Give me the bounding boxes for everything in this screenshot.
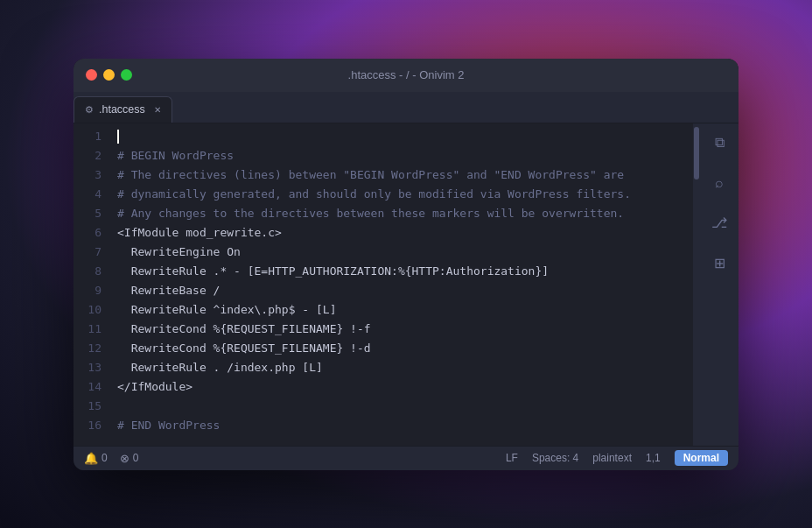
error-status[interactable]: ⊗ 0: [120, 452, 139, 465]
line-number: 8: [94, 262, 102, 281]
file-tab[interactable]: ⚙ .htaccess ✕: [74, 96, 172, 123]
line-number: 16: [88, 416, 102, 435]
minimize-button[interactable]: [103, 69, 115, 81]
window-title: .htaccess - / - Onivim 2: [348, 68, 465, 81]
code-line: [117, 127, 686, 146]
bell-icon: 🔔: [84, 452, 98, 465]
code-line: RewriteCond %{REQUEST_FILENAME} !-f: [117, 320, 686, 339]
code-line: RewriteRule .* - [E=HTTP_AUTHORIZATION:%…: [117, 262, 686, 281]
code-line: </IfModule>: [117, 377, 686, 397]
line-number: 1: [94, 127, 102, 146]
line-number: 2: [94, 146, 102, 165]
main-area: 12345678910111213141516 # BEGIN WordPres…: [74, 123, 738, 446]
line-number: 10: [88, 300, 102, 320]
traffic-lights: [86, 69, 132, 81]
line-numbers: 12345678910111213141516: [74, 123, 110, 446]
right-sidebar: ⧉⌕⎇⊞: [700, 123, 738, 446]
error-icon: ⊗: [120, 452, 130, 465]
line-number: 15: [88, 397, 102, 416]
editor-area: 12345678910111213141516 # BEGIN WordPres…: [74, 123, 700, 446]
code-line: # Any changes to the directives between …: [117, 204, 686, 223]
spaces: Spaces: 4: [532, 452, 578, 464]
code-line: RewriteRule . /index.php [L]: [117, 358, 686, 377]
code-line: [117, 397, 686, 416]
line-number: 11: [88, 320, 102, 339]
line-number: 14: [88, 377, 102, 397]
code-line: RewriteBase /: [117, 281, 686, 300]
code-line: RewriteRule ^index\.php$ - [L]: [117, 300, 686, 320]
code-line: # The directives (lines) between "BEGIN …: [117, 165, 686, 185]
grid-icon[interactable]: ⊞: [707, 251, 732, 276]
status-right: LF Spaces: 4 plaintext 1,1 Normal: [506, 450, 728, 466]
bell-status[interactable]: 🔔 0: [84, 452, 108, 465]
code-line: RewriteEngine On: [117, 243, 686, 262]
tab-label: .htaccess: [99, 103, 145, 116]
line-number: 9: [94, 281, 102, 300]
maximize-button[interactable]: [121, 69, 132, 81]
line-number: 4: [94, 185, 102, 204]
code-line: # dynamically generated, and should only…: [117, 185, 686, 204]
cursor-position: 1,1: [646, 452, 661, 464]
code-line: RewriteCond %{REQUEST_FILENAME} !-d: [117, 339, 686, 358]
close-button[interactable]: [86, 69, 97, 81]
statusbar: 🔔 0 ⊗ 0 LF Spaces: 4 plaintext 1,1 Norma…: [74, 446, 738, 470]
line-number: 13: [88, 358, 102, 377]
code-line: <IfModule mod_rewrite.c>: [117, 223, 686, 243]
line-number: 5: [94, 204, 102, 223]
code-line: # END WordPress: [117, 416, 686, 435]
line-number: 7: [94, 243, 102, 262]
line-ending: LF: [506, 452, 518, 464]
tab-close-icon[interactable]: ✕: [154, 105, 161, 115]
tab-settings-icon: ⚙: [85, 104, 94, 116]
code-area[interactable]: # BEGIN WordPress# The directives (lines…: [110, 123, 693, 446]
copy-icon[interactable]: ⧉: [707, 130, 732, 155]
search-icon[interactable]: ⌕: [707, 171, 732, 195]
language: plaintext: [592, 452, 632, 464]
scrollbar-thumb[interactable]: [694, 127, 699, 180]
error-count: 0: [133, 452, 139, 464]
bell-count: 0: [102, 452, 108, 464]
tabbar: ⚙ .htaccess ✕: [74, 92, 738, 123]
mode-badge: Normal: [675, 450, 728, 466]
titlebar: .htaccess - / - Onivim 2: [74, 59, 738, 92]
app-window: .htaccess - / - Onivim 2 ⚙ .htaccess ✕ 1…: [74, 59, 738, 470]
line-number: 3: [94, 165, 102, 185]
branch-icon[interactable]: ⎇: [707, 211, 732, 236]
code-line: # BEGIN WordPress: [117, 146, 686, 165]
line-number: 6: [94, 223, 102, 243]
line-number: 12: [88, 339, 102, 358]
scrollbar[interactable]: [693, 123, 700, 446]
